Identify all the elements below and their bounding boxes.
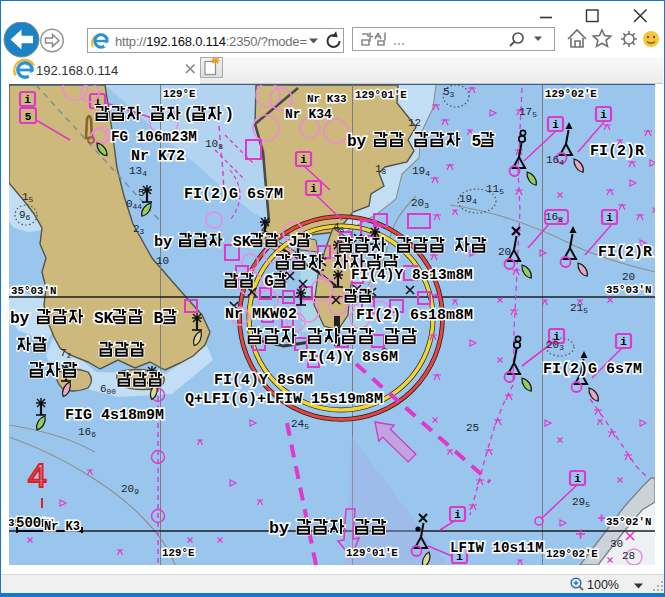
svg-text:FIG 4s18m9M: FIG 4s18m9M [65, 407, 164, 424]
svg-text:5: 5 [138, 187, 145, 199]
svg-text:i: i [574, 473, 581, 485]
svg-text:i: i [454, 509, 461, 521]
svg-text:FG 106m23M: FG 106m23M [111, 129, 197, 145]
svg-text:Nr MKW02: Nr MKW02 [225, 306, 297, 323]
svg-text:10: 10 [156, 255, 169, 267]
svg-text:Nr K3: Nr K3 [44, 520, 80, 534]
svg-text:100%: 100% [587, 578, 619, 592]
svg-text:Nr K34: Nr K34 [285, 107, 332, 122]
svg-text:Q+LFI(6)+LFIW 15s19m8M: Q+LFI(6)+LFIW 15s19m8M [185, 391, 383, 408]
svg-text:12: 12 [408, 117, 421, 129]
svg-text:129°E: 129°E [163, 88, 196, 100]
svg-text:20: 20 [622, 271, 635, 283]
svg-text:i: i [606, 212, 613, 224]
svg-text:129°E: 129°E [162, 547, 195, 559]
svg-text:i: i [310, 183, 317, 195]
svg-text:FI(2)G 6s7M: FI(2)G 6s7M [543, 361, 642, 378]
svg-text:i: i [300, 154, 307, 166]
svg-text:129°02'E: 129°02'E [546, 548, 598, 560]
svg-text:Nr K72: Nr K72 [131, 148, 185, 165]
svg-text:35°02'N: 35°02'N [606, 516, 651, 528]
svg-text:25: 25 [466, 422, 479, 434]
svg-text:G: G [264, 273, 273, 291]
svg-text:Nr K33: Nr K33 [307, 93, 347, 105]
svg-text:i: i [600, 109, 607, 121]
svg-text:FI(4)Y 8s13m8M: FI(4)Y 8s13m8M [351, 267, 473, 283]
svg-text:4: 4 [28, 456, 47, 494]
svg-text:28: 28 [622, 550, 635, 562]
svg-text:129°01'E: 129°01'E [346, 547, 398, 559]
svg-text:5: 5 [25, 111, 32, 123]
svg-text:i: i [552, 119, 559, 131]
svg-text:FI(2) 6s18m8M: FI(2) 6s18m8M [356, 307, 473, 324]
svg-text:FI(2)R: FI(2)R [598, 244, 652, 261]
svg-text:129°01'E: 129°01'E [355, 89, 407, 101]
svg-text:FI(4)Y 8s6M: FI(4)Y 8s6M [299, 349, 398, 366]
svg-text:FI(2)G 6s7M: FI(2)G 6s7M [184, 186, 283, 203]
svg-text:129°02'E: 129°02'E [545, 88, 597, 100]
svg-text:FI(2)R: FI(2)R [590, 143, 644, 160]
svg-text:LFIW 10s11M: LFIW 10s11M [450, 540, 544, 556]
svg-text:i: i [620, 336, 627, 348]
svg-text:35°03'N: 35°03'N [11, 285, 56, 297]
svg-text:i: i [24, 94, 31, 106]
svg-text:20: 20 [498, 246, 511, 258]
svg-text:by: by [269, 519, 289, 538]
svg-text:30: 30 [610, 538, 623, 550]
svg-text:FI(4)Y 8s6M: FI(4)Y 8s6M [214, 372, 313, 389]
svg-text:35°03'N: 35°03'N [606, 284, 651, 296]
svg-text:192.168.0.114: 192.168.0.114 [36, 63, 118, 78]
